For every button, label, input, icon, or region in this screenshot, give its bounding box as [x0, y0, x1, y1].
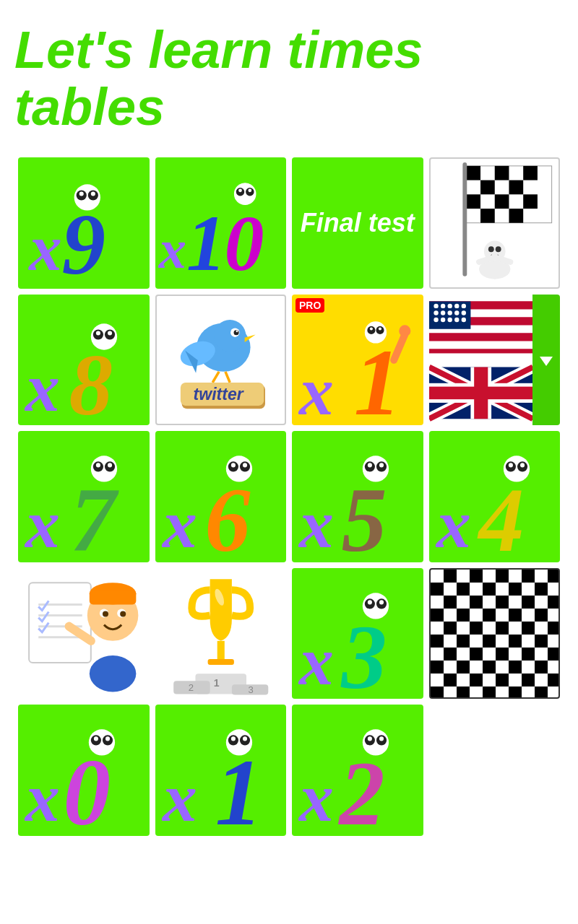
times-8-button[interactable]: x 8 — [18, 295, 150, 426]
svg-point-102 — [108, 463, 112, 468]
svg-rect-69 — [429, 349, 533, 353]
svg-rect-124 — [29, 583, 91, 663]
app-header: Let's learn times tables — [0, 0, 578, 150]
svg-point-38 — [96, 331, 100, 335]
svg-rect-68 — [429, 341, 533, 349]
svg-text:x: x — [298, 353, 334, 425]
svg-text:1: 1 — [213, 677, 219, 689]
svg-point-30 — [495, 247, 501, 253]
final-test-button[interactable]: Final test — [292, 157, 423, 289]
svg-rect-16 — [466, 166, 480, 180]
svg-text:x: x — [27, 212, 61, 285]
svg-text:1: 1 — [186, 199, 225, 287]
svg-text:4: 4 — [477, 471, 524, 562]
svg-text:x: x — [298, 760, 334, 836]
svg-point-59 — [379, 327, 381, 330]
svg-point-152 — [368, 600, 372, 604]
final-test-label: Final test — [301, 208, 415, 238]
svg-point-71 — [434, 304, 438, 308]
svg-point-42 — [214, 320, 246, 352]
times-3-button[interactable]: x 3 — [292, 568, 423, 699]
times-1-pro-button[interactable]: PRO x 1 — [292, 295, 423, 426]
race-flag-button[interactable] — [429, 157, 561, 289]
svg-rect-24 — [480, 209, 495, 223]
svg-point-101 — [96, 463, 100, 468]
svg-text:x: x — [161, 760, 197, 836]
times-10-button[interactable]: x 1 0 — [155, 157, 287, 289]
times-1-button[interactable]: x 1 — [155, 705, 287, 836]
svg-point-61 — [399, 325, 410, 336]
svg-point-174 — [379, 737, 384, 741]
svg-point-13 — [238, 189, 242, 193]
svg-point-6 — [91, 192, 95, 196]
svg-text:twitter: twitter — [194, 385, 245, 404]
svg-text:1: 1 — [354, 330, 402, 425]
twitter-button[interactable]: twitter — [155, 295, 287, 426]
times-4-button[interactable]: x 4 — [429, 431, 561, 562]
checker-board-button[interactable] — [429, 568, 561, 699]
svg-point-167 — [243, 737, 247, 741]
times-6-button[interactable]: x 6 — [155, 431, 287, 562]
svg-text:x: x — [161, 487, 197, 562]
svg-point-14 — [248, 189, 251, 193]
svg-point-75 — [461, 304, 465, 308]
svg-point-5 — [79, 192, 84, 196]
svg-rect-19 — [480, 180, 495, 195]
svg-point-79 — [454, 310, 459, 315]
svg-point-80 — [461, 310, 465, 315]
scores-button[interactable] — [18, 568, 150, 699]
svg-rect-94 — [429, 386, 533, 399]
svg-rect-67 — [429, 333, 533, 341]
app-title: Let's learn times tables — [14, 22, 564, 136]
svg-rect-139 — [207, 659, 233, 665]
svg-point-166 — [230, 737, 235, 741]
svg-point-115 — [368, 463, 372, 468]
svg-marker-95 — [540, 357, 553, 366]
svg-point-72 — [440, 304, 444, 308]
times-7-button[interactable]: x 7 — [18, 431, 150, 562]
times-5-button[interactable]: x 5 — [292, 431, 423, 562]
svg-point-116 — [379, 463, 384, 468]
svg-point-160 — [105, 737, 110, 741]
svg-text:x: x — [24, 349, 60, 425]
svg-rect-26 — [462, 162, 467, 276]
svg-rect-131 — [90, 590, 137, 604]
svg-point-84 — [454, 318, 459, 322]
svg-point-109 — [243, 463, 247, 468]
svg-point-58 — [370, 327, 373, 330]
svg-text:3: 3 — [341, 607, 387, 699]
svg-text:x: x — [24, 487, 60, 562]
svg-line-49 — [225, 372, 230, 383]
svg-point-123 — [520, 463, 525, 468]
svg-rect-25 — [509, 209, 523, 223]
svg-line-48 — [213, 372, 220, 383]
svg-point-77 — [440, 310, 444, 315]
svg-point-153 — [379, 600, 384, 604]
svg-point-76 — [434, 310, 438, 315]
times-2-button[interactable]: x 2 — [292, 705, 423, 836]
svg-point-108 — [230, 463, 235, 468]
svg-text:3: 3 — [248, 684, 253, 695]
svg-text:6: 6 — [204, 471, 251, 562]
svg-rect-21 — [466, 195, 480, 209]
svg-point-135 — [120, 611, 126, 616]
svg-rect-138 — [217, 641, 224, 659]
svg-rect-22 — [494, 195, 509, 209]
svg-rect-17 — [494, 166, 509, 180]
svg-point-74 — [454, 304, 459, 308]
svg-point-122 — [508, 463, 512, 468]
svg-point-81 — [434, 318, 438, 322]
pro-badge: PRO — [296, 298, 324, 313]
svg-rect-18 — [523, 166, 538, 180]
svg-text:x: x — [158, 219, 186, 280]
times-0-button[interactable]: x 0 — [18, 705, 150, 836]
svg-point-134 — [103, 611, 108, 616]
times-9-button[interactable]: x 9 — [18, 157, 150, 289]
svg-point-159 — [94, 737, 98, 741]
svg-rect-23 — [523, 195, 538, 209]
language-selector-button[interactable] — [429, 295, 561, 426]
svg-point-39 — [108, 331, 112, 335]
leaderboard-button[interactable]: 1 2 3 — [155, 568, 287, 699]
svg-text:7: 7 — [71, 471, 120, 562]
main-grid: x 9 x 1 0 Final test — [0, 150, 578, 843]
